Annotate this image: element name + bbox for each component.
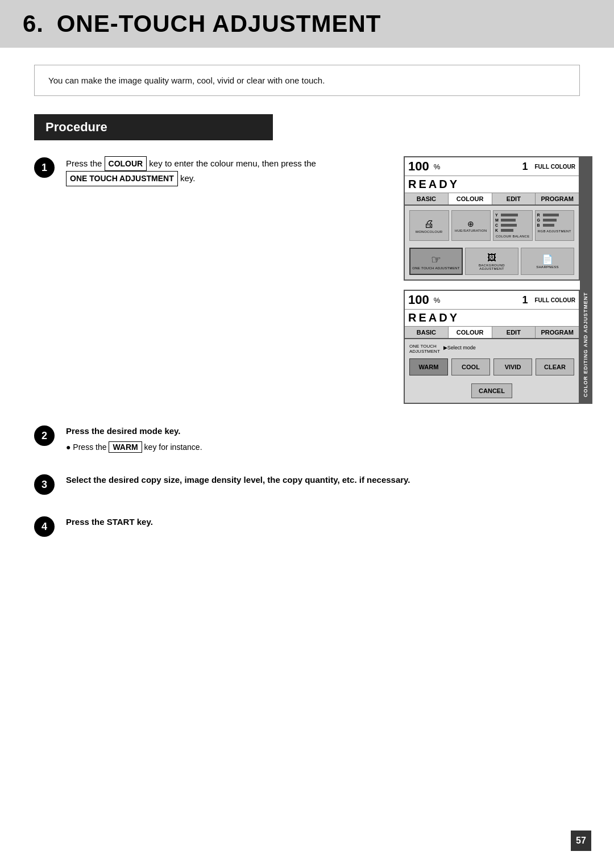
sharpness-label: SHARPNESS: [536, 265, 559, 269]
step-1-content: Press the COLOUR key to enter the colour…: [66, 156, 392, 186]
steps-area: 1 Press the COLOUR key to enter the colo…: [34, 156, 580, 537]
chapter-header: 6. ONE-TOUCH ADJUSTMENT: [0, 0, 614, 48]
screen-2-percent-sign: %: [434, 296, 441, 304]
hue-icon: ⊕: [467, 220, 474, 228]
step-3-row: 3 Select the desired copy size, image de…: [34, 473, 580, 495]
monocolour-label: MONOCOLOUR: [416, 230, 442, 233]
step-4-text: Press the START key.: [66, 515, 580, 529]
page-container: 6. ONE-TOUCH ADJUSTMENT You can make the…: [0, 0, 614, 868]
step-1-number: 1: [34, 157, 55, 178]
screen-1-mockup: 100 % 1 FULL COLOUR READY BASIC COLOUR E…: [404, 156, 580, 281]
ymck-c: C: [495, 223, 530, 227]
step-4-number: 4: [34, 516, 55, 537]
screen-1-mode-label: FULL COLOUR: [535, 164, 575, 170]
chapter-title: 6. ONE-TOUCH ADJUSTMENT: [23, 10, 381, 37]
tab-edit-1[interactable]: EDIT: [492, 193, 536, 205]
screen-2-page-num: 1: [522, 294, 528, 306]
sharpness-cell: 📄 SHARPNESS: [521, 248, 574, 275]
screens-column: 100 % 1 FULL COLOUR READY BASIC COLOUR E…: [404, 156, 580, 404]
screen-2-mockup: 100 % 1 FULL COLOUR READY BASIC COLOUR E…: [404, 290, 580, 404]
step-4-row: 4 Press the START key.: [34, 515, 580, 537]
step-1-text: Press the COLOUR key to enter the colour…: [66, 156, 392, 186]
side-tab-text: COLOR EDITING AND ADJUSTMENT: [583, 292, 588, 397]
step-2-bullet: ● Press the WARM key for instance.: [66, 441, 580, 453]
warm-key: WARM: [109, 441, 142, 453]
screen-2-mode-label: FULL COLOUR: [535, 297, 575, 303]
step-3-content: Select the desired copy size, image dens…: [66, 473, 580, 487]
step-3-text: Select the desired copy size, image dens…: [66, 473, 580, 487]
rgb-g: G: [537, 218, 572, 222]
chapter-title-text: ONE-TOUCH ADJUSTMENT: [57, 10, 381, 37]
hue-cell: ⊕ HUE/SATURATION: [451, 210, 491, 241]
intro-text: You can make the image quality warm, coo…: [48, 76, 325, 85]
tab-basic-2[interactable]: BASIC: [405, 327, 449, 338]
tab-program-1[interactable]: PROGRAM: [536, 193, 579, 205]
step-2-row: 2 Press the desired mode key. ● Press th…: [34, 424, 580, 453]
hue-label: HUE/SATURATION: [455, 229, 487, 232]
cancel-button[interactable]: CANCEL: [471, 383, 512, 398]
ymck-m: M: [495, 218, 530, 222]
one-touch-icon: ☞: [431, 254, 441, 265]
one-touch-adj-label: ONE TOUCHADJUSTMENT: [409, 344, 440, 354]
step-3-number: 3: [34, 474, 55, 495]
one-touch-label: ONE TOUCH ADJUSTMENT: [412, 266, 459, 270]
ymck-y: Y: [495, 213, 530, 217]
sharpness-icon: 📄: [542, 255, 553, 264]
chapter-number: 6.: [23, 10, 44, 37]
colour-balance-label: COLOUR BALANCE: [495, 235, 530, 238]
tab-program-2[interactable]: PROGRAM: [536, 327, 579, 338]
screen-1-page-num: 1: [522, 161, 528, 173]
step-2-content: Press the desired mode key. ● Press the …: [66, 424, 580, 453]
intro-box: You can make the image quality warm, coo…: [34, 65, 580, 96]
page-number-box: 57: [571, 831, 591, 851]
screen-2-tabs: BASIC COLOUR EDIT PROGRAM: [405, 327, 579, 339]
background-adj-cell: 🖼 BACKGROUND ADJUSTMENT: [465, 248, 518, 275]
screen-1-percent-sign: %: [434, 162, 441, 171]
step-4-content: Press the START key.: [66, 515, 580, 529]
step-1-row: 1 Press the COLOUR key to enter the colo…: [34, 156, 580, 404]
monocolour-icon: 🖨: [424, 219, 434, 229]
page-number: 57: [576, 836, 586, 846]
screen-1-body: 🖨 MONOCOLOUR ⊕ HUE/SATURATION: [405, 206, 579, 245]
rgb-label: RGB ADJUSTMENT: [537, 229, 572, 233]
one-touch-cell: ☞ ONE TOUCH ADJUSTMENT: [409, 248, 463, 275]
side-tab: COLOR EDITING AND ADJUSTMENT: [580, 156, 592, 404]
vivid-button[interactable]: VIVID: [493, 358, 532, 375]
screen-2-percent: 100: [408, 293, 429, 307]
screen-1-top-bar: 100 % 1 FULL COLOUR: [405, 157, 579, 176]
rgb-b: B: [537, 223, 572, 227]
tab-colour-2[interactable]: COLOUR: [449, 327, 492, 338]
main-content: You can make the image quality warm, coo…: [0, 65, 614, 571]
screen-1-percent: 100: [408, 159, 429, 174]
procedure-label: Procedure: [45, 120, 107, 134]
tab-edit-2[interactable]: EDIT: [492, 327, 536, 338]
tab-colour-1[interactable]: COLOUR: [449, 193, 492, 205]
screen-2-ready: READY: [405, 310, 579, 327]
ymck-k: K: [495, 228, 530, 232]
rgb-r: R: [537, 213, 572, 217]
background-adj-label: BACKGROUND ADJUSTMENT: [467, 264, 517, 270]
select-mode-text: ▶Select mode: [443, 345, 476, 350]
step-2-number: 2: [34, 425, 55, 446]
screen-1-body-row2: ☞ ONE TOUCH ADJUSTMENT 🖼 BACKGROUND ADJU…: [405, 245, 579, 279]
screen-2-top-bar: 100 % 1 FULL COLOUR: [405, 291, 579, 310]
screen-2-mode-buttons: WARM COOL VIVID CLEAR: [409, 358, 574, 375]
monocolour-cell: 🖨 MONOCOLOUR: [409, 210, 449, 241]
background-adj-icon: 🖼: [487, 253, 496, 262]
screen-1-ready: READY: [405, 176, 579, 193]
rgb-cell: R G B: [535, 210, 575, 241]
cool-button[interactable]: COOL: [451, 358, 490, 375]
clear-button[interactable]: CLEAR: [536, 358, 574, 375]
tab-basic-1[interactable]: BASIC: [405, 193, 449, 205]
screen-2-body: ONE TOUCHADJUSTMENT ▶Select mode WARM CO…: [405, 339, 579, 403]
one-touch-key: ONE TOUCH ADJUSTMENT: [66, 171, 178, 186]
colour-key: COLOUR: [105, 156, 147, 171]
screen-1-tabs: BASIC COLOUR EDIT PROGRAM: [405, 193, 579, 206]
cancel-row: CANCEL: [409, 381, 574, 398]
procedure-header: Procedure: [34, 114, 273, 140]
step-2-text: Press the desired mode key.: [66, 424, 580, 438]
warm-button[interactable]: WARM: [409, 358, 448, 375]
colour-balance-cell: Y M C: [493, 210, 533, 241]
